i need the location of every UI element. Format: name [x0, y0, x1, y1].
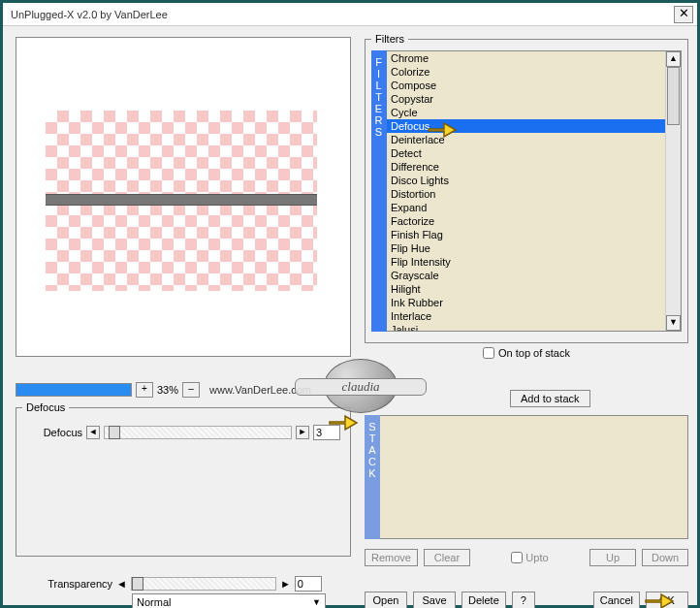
filter-item[interactable]: Compose	[387, 79, 681, 92]
filters-scrollbar[interactable]: ▲ ▼	[665, 51, 681, 331]
filter-item[interactable]: Jalusi	[387, 323, 681, 332]
filter-item[interactable]: Copystar	[387, 92, 681, 106]
chevron-down-icon: ▼	[312, 597, 321, 607]
transparency-label: Transparency	[25, 578, 112, 590]
filters-list[interactable]: ChromeColorizeComposeCopystarCycleDefocu…	[387, 50, 682, 332]
filter-item[interactable]: Cycle	[387, 106, 681, 119]
help-button[interactable]: ?	[512, 592, 535, 608]
on-top-checkbox[interactable]: On top of stack	[483, 347, 570, 359]
upto-input[interactable]	[511, 552, 523, 563]
zoom-out-button[interactable]: –	[182, 382, 200, 398]
open-button[interactable]: Open	[365, 592, 407, 608]
down-button[interactable]: Down	[642, 549, 688, 566]
transparency-decrement[interactable]: ◄	[116, 578, 127, 590]
pointer-icon	[328, 411, 359, 432]
param-slider-thumb[interactable]	[109, 426, 120, 439]
remove-button[interactable]: Remove	[365, 549, 418, 566]
upto-checkbox[interactable]: Upto	[511, 552, 548, 563]
filter-item[interactable]: Grayscale	[387, 269, 681, 282]
transparency-slider[interactable]	[131, 577, 276, 591]
on-top-input[interactable]	[483, 347, 494, 359]
filter-item[interactable]: Flip Intensity	[387, 255, 681, 269]
preview-image	[46, 111, 317, 291]
window-title: UnPlugged-X v2.0 by VanDerLee	[11, 9, 674, 20]
add-to-stack-button[interactable]: Add to stack	[510, 390, 590, 407]
parameter-group: Defocus Defocus ◄ ►	[16, 401, 351, 557]
filter-item[interactable]: Hilight	[387, 282, 681, 296]
clear-button[interactable]: Clear	[424, 549, 470, 566]
preview-panel	[16, 37, 351, 357]
blend-mode-value: Normal	[137, 596, 171, 608]
param-label: Defocus	[26, 427, 82, 438]
stack-panel: STACK	[365, 415, 688, 539]
filter-item[interactable]: Colorize	[387, 65, 681, 79]
pointer-icon	[644, 590, 675, 608]
filter-item[interactable]: Ink Rubber	[387, 296, 681, 309]
filter-item[interactable]: Distortion	[387, 187, 681, 201]
pointer-icon	[427, 118, 458, 140]
on-top-label: On top of stack	[498, 347, 570, 359]
filters-legend: Filters	[371, 33, 408, 45]
param-increment[interactable]: ►	[296, 426, 309, 439]
filter-item[interactable]: Flip Hue	[387, 241, 681, 255]
scroll-up-icon[interactable]: ▲	[666, 51, 681, 67]
filter-item[interactable]: Finish Flag	[387, 228, 681, 241]
stack-list[interactable]	[380, 415, 688, 539]
filter-item[interactable]: Difference	[387, 160, 681, 174]
filter-item[interactable]: Detect	[387, 146, 681, 160]
filters-group: Filters FILTERS ChromeColorizeComposeCop…	[365, 33, 688, 343]
filter-item[interactable]: Expand	[387, 201, 681, 214]
save-button[interactable]: Save	[413, 592, 456, 608]
zoom-in-button[interactable]: +	[136, 382, 153, 398]
param-slider[interactable]	[104, 426, 292, 439]
filter-item[interactable]: Disco Lights	[387, 174, 681, 187]
close-button[interactable]: ✕	[674, 6, 693, 23]
delete-button[interactable]: Delete	[461, 592, 506, 608]
param-decrement[interactable]: ◄	[86, 426, 100, 439]
transparency-input[interactable]	[295, 576, 322, 592]
transparency-increment[interactable]: ►	[280, 578, 291, 590]
parameter-legend: Defocus	[22, 401, 69, 413]
blend-mode-select[interactable]: Normal ▼	[132, 593, 326, 608]
transparency-thumb[interactable]	[132, 577, 143, 591]
filter-item[interactable]: Interlace	[387, 309, 681, 323]
filters-tab[interactable]: FILTERS	[371, 50, 387, 332]
stack-tab[interactable]: STACK	[365, 415, 380, 539]
vendor-url[interactable]: www.VanDerLee.com	[209, 384, 311, 396]
scroll-thumb[interactable]	[667, 67, 680, 125]
scroll-down-icon[interactable]: ▼	[666, 315, 681, 331]
up-button[interactable]: Up	[589, 549, 636, 566]
filter-item[interactable]: Factorize	[387, 214, 681, 228]
cancel-button[interactable]: Cancel	[593, 592, 640, 608]
progress-bar	[16, 383, 132, 397]
filter-item[interactable]: Chrome	[387, 51, 681, 65]
zoom-value: 33%	[157, 384, 178, 396]
